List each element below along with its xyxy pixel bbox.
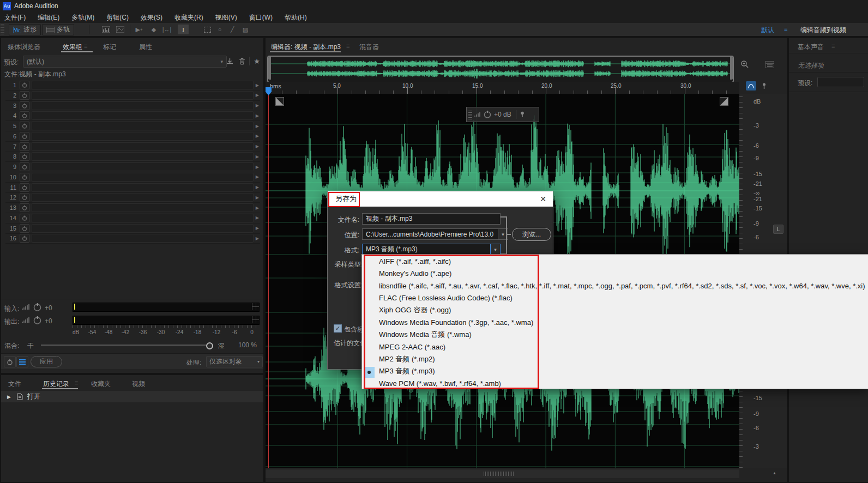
right-preset-input[interactable] [817,77,864,87]
rack-row[interactable]: 2▶ [5,90,260,101]
slot-arrow-icon[interactable]: ▶ [256,185,259,190]
power-icon[interactable] [20,122,29,130]
effect-slot[interactable] [32,152,254,161]
healing-tool-icon[interactable]: ▨ [240,25,251,34]
slot-arrow-icon[interactable]: ▶ [256,195,259,200]
effect-slot[interactable] [32,122,254,130]
hud-grip[interactable] [468,110,472,119]
effect-slot[interactable] [32,203,254,212]
history-item-open[interactable]: ▶ 打开 [1,391,263,402]
scrollbar-arrow-icon[interactable]: ▲ [773,471,776,475]
history-panel-menu-icon[interactable]: ≡ [75,379,77,386]
lasso-tool-icon[interactable]: ○ [214,25,225,34]
rack-row[interactable]: 4▶ [5,111,260,121]
rack-row[interactable]: 16▶ [5,233,260,244]
filename-input[interactable]: 视频 - 副本.mp3 [362,213,501,225]
spectral-display-icon[interactable] [100,25,111,34]
rack-row[interactable]: 8▶ [5,152,260,162]
channel-left-button[interactable]: L [773,225,783,234]
rack-row[interactable]: 10▶ [5,172,260,183]
slot-arrow-icon[interactable]: ▶ [256,226,259,231]
tab-favorites[interactable]: 收藏夹 [91,379,111,389]
rack-row[interactable]: 12▶ [5,192,260,203]
tab-media-browser[interactable]: 媒体浏览器 [8,43,40,52]
hud-gain-knob[interactable] [483,110,492,119]
effect-slot[interactable] [32,193,254,202]
menu-file[interactable]: 文件(F) [4,13,26,22]
rack-row[interactable]: 14▶ [5,213,260,224]
format-option[interactable]: libsndfile (*.aifc, *.aiff, *.au, *.avr,… [362,280,868,292]
dialog-close-button[interactable]: ✕ [540,195,546,203]
browse-button[interactable]: 浏览... [512,228,551,241]
effect-slot[interactable] [32,183,254,192]
format-option[interactable]: Windows Media Foundation (*.3gp, *.aac, … [362,317,868,329]
slot-arrow-icon[interactable]: ▶ [256,113,259,118]
rack-row[interactable]: 5▶ [5,121,260,131]
multitrack-view-button[interactable]: 多轨 [42,24,74,35]
effect-slot[interactable] [32,214,254,222]
rack-row[interactable]: 7▶ [5,142,260,152]
corner-grip-right[interactable] [720,97,728,106]
effect-slot[interactable] [32,234,254,243]
rack-row[interactable]: 15▶ [5,224,260,234]
tab-history[interactable]: 历史记录 [43,379,69,389]
workspace-name[interactable]: 编辑音频到视频 [800,26,846,35]
favorite-star-icon[interactable]: ★ [252,56,262,66]
menu-help[interactable]: 帮助(H) [285,13,307,22]
power-icon[interactable] [20,203,29,212]
power-icon[interactable] [20,183,29,192]
panel-layout-icon[interactable] [764,59,775,70]
tab-mixer[interactable]: 混音器 [359,43,379,52]
format-option[interactable]: Wave PCM (*.wav, *.bwf, *.rf64, *.amb) [362,378,868,389]
include-markers-checkbox[interactable]: ✓ [334,324,342,333]
rack-row[interactable]: 11▶ [5,183,260,193]
power-icon[interactable] [20,101,29,110]
rack-row[interactable]: 3▶ [5,101,260,111]
effect-slot[interactable] [32,142,254,151]
slot-arrow-icon[interactable]: ▶ [256,134,259,138]
power-icon[interactable] [20,234,29,243]
process-select[interactable]: 仅选区对象▾ [206,356,263,367]
menu-window[interactable]: 窗口(W) [249,13,273,22]
pitch-display-icon[interactable] [114,25,125,34]
rack-row[interactable]: 6▶ [5,131,260,142]
spectral-toggle-button[interactable] [746,81,756,90]
power-icon[interactable] [20,224,29,233]
volume-hud[interactable]: +0 dB [466,107,539,122]
editor-panel-menu-icon[interactable]: ≡ [346,43,349,49]
power-icon[interactable] [20,111,29,120]
overview-right-handle[interactable] [730,57,733,80]
power-icon[interactable] [20,152,29,161]
razor-tool-icon[interactable]: ◆ [148,25,159,34]
tab-video[interactable]: 视频 [132,379,145,389]
menu-multitrack[interactable]: 多轨(M) [71,13,94,22]
rack-row[interactable]: 9▶ [5,162,260,172]
chevron-down-icon[interactable]: ▾ [490,244,500,255]
format-option[interactable]: Xiph OGG 容器 (*.ogg) [362,304,868,316]
preset-select[interactable]: (默认) ▾ [23,56,227,68]
format-option[interactable]: Monkey's Audio (*.ape) [362,268,868,280]
effect-slot[interactable] [32,173,254,182]
location-combo[interactable]: C:\User...cuments\Adobe\Premiere Pro\13.… [362,228,508,240]
zoom-tool-icon[interactable] [739,59,750,70]
power-icon[interactable] [20,193,29,202]
tab-essential-sound[interactable]: 基本声音 [798,43,824,52]
workspace-selector[interactable]: 默认 [761,26,774,35]
slot-arrow-icon[interactable]: ▶ [256,174,259,179]
format-option[interactable]: FLAC (Free Lossless Audio Codec) (*.flac… [362,292,868,304]
input-gain-knob[interactable] [33,303,42,312]
time-selection-tool-icon[interactable]: I [178,25,189,34]
power-icon[interactable] [20,173,29,182]
tab-markers[interactable]: 标记 [103,43,116,52]
effect-slot[interactable] [32,111,254,120]
slot-arrow-icon[interactable]: ▶ [256,103,259,108]
power-icon[interactable] [20,91,29,100]
format-option-selected[interactable]: MP3 音频 (*.mp3) [362,365,868,377]
slip-tool-icon[interactable]: |↔| [161,25,172,34]
scrollbar-grip[interactable] [484,472,514,476]
effect-slot[interactable] [32,91,254,100]
effect-slot[interactable] [32,132,254,141]
effect-slot[interactable] [32,224,254,233]
format-option[interactable]: Windows Media 音频 (*.wma) [362,329,868,341]
rack-row[interactable]: 13▶ [5,203,260,213]
